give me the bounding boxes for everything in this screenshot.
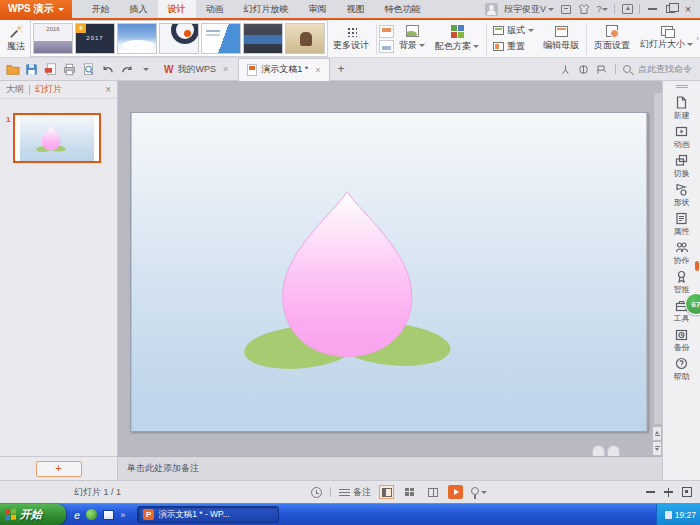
menu-tab-slideshow[interactable]: 幻灯片放映 xyxy=(234,0,299,18)
docer-icon[interactable] xyxy=(578,64,589,75)
menu-tab-review[interactable]: 审阅 xyxy=(299,0,337,18)
redo-button[interactable] xyxy=(118,61,135,78)
template-thumbnail-5[interactable] xyxy=(201,23,241,54)
slides-tab[interactable]: 幻灯片 xyxy=(35,83,62,96)
view-reading-button[interactable] xyxy=(425,485,440,499)
edit-master-button[interactable]: 编辑母版 xyxy=(538,26,584,52)
view-normal-button[interactable] xyxy=(379,485,394,499)
outline-tab[interactable]: 大纲 xyxy=(6,83,24,96)
sidebar-item-help[interactable]: 帮助 xyxy=(663,357,700,386)
color-scheme-button[interactable]: 配色方案 xyxy=(430,25,484,53)
panel-close-icon[interactable]: × xyxy=(105,84,111,95)
template-thumbnail-4[interactable] xyxy=(159,23,199,54)
print-button[interactable] xyxy=(61,61,78,78)
task-button-presentation[interactable]: P 演示文稿1 * - WP... xyxy=(137,506,279,523)
more-designs-button[interactable]: 更多设计 xyxy=(328,26,374,52)
skin-center-button[interactable] xyxy=(578,3,590,15)
import-template-icon[interactable] xyxy=(379,25,394,38)
bar-icon xyxy=(655,435,660,436)
menu-tab-animation[interactable]: 动画 xyxy=(196,0,234,18)
new-slide-button[interactable]: + xyxy=(36,461,82,477)
notes-input[interactable]: 单击此处添加备注 xyxy=(118,456,662,480)
template-thumbnail-7[interactable] xyxy=(285,23,325,54)
user-avatar[interactable] xyxy=(485,3,498,16)
message-center-button[interactable] xyxy=(560,3,572,15)
template-thumbnail-2[interactable]: ♛ 2017 xyxy=(75,23,115,54)
template-thumbnail-1[interactable]: 2016 xyxy=(33,23,73,54)
page-setup-button[interactable]: 页面设置 xyxy=(589,25,635,52)
print-preview-button[interactable] xyxy=(80,61,97,78)
editing-canvas[interactable]: 单击此处添加备注 xyxy=(118,81,662,480)
peach-graphic[interactable] xyxy=(131,113,647,431)
zoom-out-button[interactable] xyxy=(646,491,655,493)
toolbar-customize-button[interactable] xyxy=(137,61,154,78)
sidebar-item-backup[interactable]: 备份 xyxy=(663,328,700,357)
tab-close-icon[interactable]: × xyxy=(315,65,320,75)
presentation-tools-button[interactable] xyxy=(471,490,487,495)
new-tab-button[interactable]: + xyxy=(332,62,351,76)
slide-size-button[interactable]: 幻灯片大小 xyxy=(635,26,698,51)
sidebar-item-shape[interactable]: 形状 xyxy=(663,183,700,212)
previous-slide-button[interactable] xyxy=(652,426,662,441)
splitter-grip xyxy=(592,445,605,456)
assistant-icon[interactable] xyxy=(560,64,571,75)
menu-tab-home[interactable]: 开始 xyxy=(82,0,120,18)
view-sorter-button[interactable] xyxy=(402,485,417,499)
menu-tab-design[interactable]: 设计 xyxy=(158,0,196,18)
ie-icon[interactable]: e xyxy=(74,509,80,521)
sidebar-item-transition[interactable]: 切换 xyxy=(663,154,700,183)
undo-button[interactable] xyxy=(99,61,116,78)
find-command-input[interactable]: 点此查找命令 xyxy=(638,63,692,76)
menu-tab-view[interactable]: 视图 xyxy=(337,0,375,18)
play-slideshow-button[interactable] xyxy=(448,485,463,499)
divider xyxy=(614,4,615,14)
background-button[interactable]: 背景 xyxy=(394,25,430,52)
start-button[interactable]: 开始 xyxy=(0,504,66,525)
tab-my-wps[interactable]: W 我的WPS × xyxy=(156,58,236,81)
app-logo[interactable]: WPS 演示 xyxy=(0,0,72,18)
notes-toggle[interactable]: 备注 xyxy=(339,486,371,499)
menu-tab-insert[interactable]: 插入 xyxy=(120,0,158,18)
next-slide-button[interactable] xyxy=(652,441,662,456)
ribbon-overflow-button[interactable]: › xyxy=(696,34,699,43)
reset-button[interactable]: 重置 xyxy=(493,40,534,53)
quick-launch-overflow-icon[interactable]: » xyxy=(120,510,125,520)
magic-button[interactable]: 魔法 xyxy=(2,25,30,53)
sidebar-collapse-handle[interactable] xyxy=(676,85,688,88)
flag-icon[interactable] xyxy=(596,64,608,75)
restore-button[interactable] xyxy=(664,3,676,15)
minimize-button[interactable] xyxy=(646,3,658,15)
save-button[interactable] xyxy=(23,61,40,78)
sidebar-item-new[interactable]: 新建 xyxy=(663,96,700,125)
close-button[interactable]: × xyxy=(682,3,694,15)
tab-close-icon[interactable]: × xyxy=(223,64,228,74)
help-button[interactable]: ? xyxy=(596,3,608,15)
template-caption: 2017 xyxy=(76,35,114,41)
upload-button[interactable] xyxy=(621,3,633,15)
media-player-icon[interactable] xyxy=(86,509,97,520)
menu-tab-special-features[interactable]: 特色功能 xyxy=(375,0,431,18)
notes-splitter-handle[interactable] xyxy=(592,445,620,456)
splitter-grip xyxy=(607,445,620,456)
show-desktop-icon[interactable] xyxy=(103,510,114,520)
sidebar-item-properties[interactable]: 属性 xyxy=(663,212,700,241)
template-thumbnail-6[interactable] xyxy=(243,23,283,54)
template-thumbnail-3[interactable] xyxy=(117,23,157,54)
layout-button[interactable]: 版式 xyxy=(493,24,534,37)
export-pdf-button[interactable] xyxy=(42,61,59,78)
tab-document[interactable]: 演示文稿1 * × xyxy=(238,58,329,81)
fit-slide-button[interactable] xyxy=(682,487,692,497)
history-icon[interactable] xyxy=(311,487,322,498)
design-panel-icon[interactable] xyxy=(379,40,394,53)
sidebar-item-animation[interactable]: 动画 xyxy=(663,125,700,154)
open-button[interactable] xyxy=(4,61,21,78)
slide-canvas[interactable] xyxy=(130,112,648,432)
vertical-scrollbar[interactable] xyxy=(653,93,662,424)
slide-thumbnail[interactable] xyxy=(13,113,101,163)
reset-icon xyxy=(493,42,504,51)
caret-down-icon xyxy=(143,68,149,71)
tray-icon[interactable] xyxy=(665,511,672,519)
zoom-in-button[interactable] xyxy=(664,488,673,497)
beauty-score-badge[interactable]: 67 xyxy=(685,293,700,315)
username[interactable]: 段宇俊亚V xyxy=(504,3,554,16)
